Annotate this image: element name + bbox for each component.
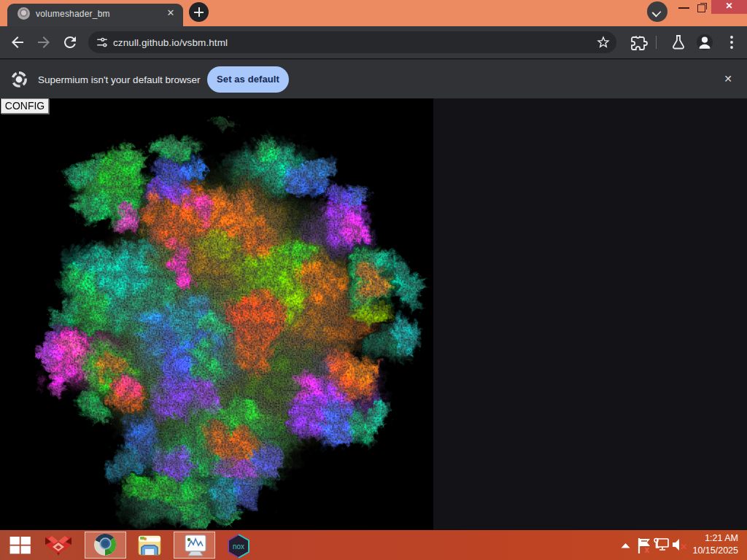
svg-text:✕: ✕ <box>680 542 687 552</box>
svg-text:x: x <box>645 545 650 554</box>
svg-text:nox: nox <box>233 542 244 551</box>
